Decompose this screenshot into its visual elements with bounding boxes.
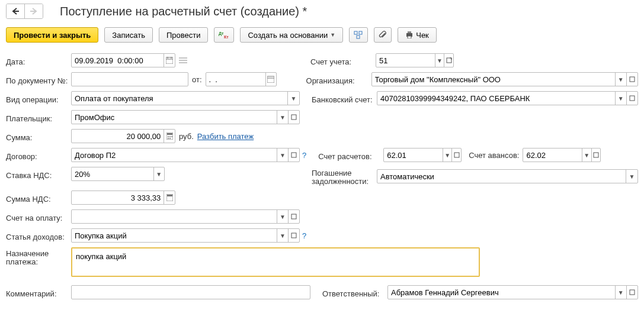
help-icon[interactable]: ? [302, 231, 306, 240]
org-input[interactable] [372, 73, 615, 86]
doc-from-input[interactable] [206, 73, 265, 86]
operation-input-group: ▼ [71, 91, 300, 105]
purpose-label: Назначение платежа: [6, 247, 71, 266]
open-icon[interactable] [288, 111, 299, 124]
svg-point-27 [171, 136, 172, 137]
split-payment-link[interactable]: Разбить платеж [197, 132, 254, 141]
svg-rect-17 [447, 58, 451, 63]
svg-rect-5 [359, 31, 362, 34]
invoice-group: ▼ [71, 209, 300, 224]
dt-kt-button[interactable]: ДтКт [214, 27, 234, 43]
invoice-label: Счет на оплату: [6, 211, 71, 222]
org-label: Организация: [306, 74, 371, 85]
open-icon[interactable] [626, 286, 637, 299]
open-icon[interactable] [591, 149, 601, 162]
save-button[interactable]: Записать [104, 27, 153, 43]
svg-rect-31 [454, 153, 459, 157]
calendar-icon[interactable] [265, 73, 276, 86]
payer-input[interactable] [72, 111, 277, 124]
operation-input[interactable] [72, 92, 287, 105]
settle-acc-group: ▼ [383, 148, 462, 162]
svg-rect-8 [408, 31, 411, 33]
chevron-down-icon[interactable]: ▼ [615, 92, 626, 105]
svg-rect-37 [630, 290, 635, 295]
account-input[interactable] [376, 54, 435, 67]
settle-acc-label: Счет расчетов: [318, 150, 383, 161]
chevron-down-icon[interactable]: ▼ [277, 229, 288, 242]
open-icon[interactable] [626, 92, 637, 105]
amount-input[interactable] [72, 130, 164, 143]
structure-button[interactable] [349, 27, 368, 43]
chevron-down-icon[interactable]: ▼ [277, 210, 288, 223]
chevron-down-icon[interactable]: ▼ [615, 73, 626, 86]
svg-point-25 [168, 136, 169, 137]
calendar-icon[interactable] [164, 54, 175, 67]
forward-button[interactable] [24, 4, 43, 18]
svg-rect-35 [291, 214, 296, 219]
svg-rect-9 [408, 36, 411, 38]
svg-rect-22 [291, 115, 296, 120]
vat-sum-input[interactable] [72, 191, 164, 204]
chevron-down-icon[interactable]: ▼ [435, 54, 444, 67]
org-input-group: ▼ [371, 72, 638, 86]
chevron-down-icon[interactable]: ▼ [582, 149, 591, 162]
debt-input[interactable] [377, 170, 626, 183]
check-label: Чек [416, 31, 429, 40]
chevron-down-icon[interactable]: ▼ [277, 149, 288, 162]
doc-from-group [206, 72, 277, 86]
open-icon[interactable] [451, 149, 461, 162]
create-based-on-label: Создать на основании [248, 31, 328, 40]
purpose-input[interactable]: покупка акций [71, 247, 480, 277]
open-icon[interactable] [288, 210, 299, 223]
responsible-input[interactable] [388, 286, 615, 299]
operation-label: Вид операции: [6, 93, 71, 104]
open-icon[interactable] [288, 229, 299, 242]
settle-acc-input[interactable] [384, 149, 443, 162]
amount-label: Сумма: [6, 131, 71, 142]
page-title: Поступление на расчетный счет (создание)… [60, 5, 307, 18]
contract-label: Договор: [6, 150, 71, 161]
post-button[interactable]: Провести [159, 27, 209, 43]
calculator-icon[interactable] [164, 130, 175, 143]
chevron-down-icon[interactable]: ▼ [277, 111, 288, 124]
create-based-on-button[interactable]: Создать на основании ▼ [240, 27, 343, 43]
post-and-close-button[interactable]: Провести и закрыть [6, 27, 98, 43]
attach-button[interactable] [374, 27, 392, 43]
advance-acc-label: Счет авансов: [469, 151, 519, 160]
income-item-label: Статья доходов: [6, 230, 71, 241]
help-icon[interactable]: ? [302, 151, 306, 160]
back-button[interactable] [7, 4, 24, 18]
invoice-input[interactable] [72, 210, 277, 223]
comment-input[interactable] [72, 286, 310, 299]
date-label: Дата: [6, 55, 71, 66]
list-icon[interactable] [179, 57, 187, 64]
chevron-down-icon[interactable]: ▼ [443, 149, 452, 162]
income-item-input[interactable] [72, 229, 277, 242]
open-icon[interactable] [288, 149, 299, 162]
comment-label: Комментарий: [6, 287, 71, 298]
calculator-icon[interactable] [164, 191, 175, 204]
bank-acc-input[interactable] [377, 92, 615, 105]
advance-acc-input[interactable] [523, 149, 582, 162]
currency-label: руб. [179, 132, 194, 141]
svg-rect-18 [267, 76, 274, 83]
svg-text:Дт: Дт [219, 31, 224, 36]
open-icon[interactable] [444, 54, 453, 67]
from-label: от: [192, 75, 202, 84]
amount-input-group [71, 129, 175, 143]
responsible-group: ▼ [387, 285, 638, 299]
doc-num-input[interactable] [72, 73, 188, 86]
account-input-group: ▼ [376, 53, 454, 67]
open-icon[interactable] [626, 73, 637, 86]
doc-num-label: По документу №: [6, 74, 71, 85]
chevron-down-icon[interactable]: ▼ [153, 167, 164, 180]
chevron-down-icon[interactable]: ▼ [287, 92, 299, 105]
chevron-down-icon[interactable]: ▼ [615, 286, 626, 299]
account-label: Счет учета: [310, 55, 376, 66]
contract-input[interactable] [72, 149, 277, 162]
check-button[interactable]: Чек [398, 27, 437, 43]
vat-rate-input[interactable] [72, 167, 153, 180]
svg-text:Кт: Кт [224, 35, 229, 39]
chevron-down-icon[interactable]: ▼ [626, 170, 637, 183]
date-input[interactable] [72, 54, 164, 67]
